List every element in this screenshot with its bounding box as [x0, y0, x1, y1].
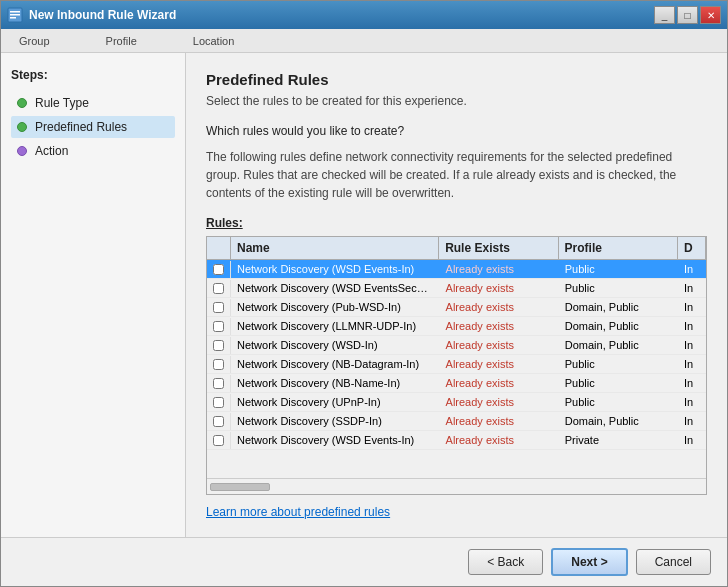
- window-title: New Inbound Rule Wizard: [29, 8, 654, 22]
- cell-name: Network Discovery (WSD Events-In): [231, 260, 440, 278]
- table-row[interactable]: Network Discovery (NB-Name-In)Already ex…: [207, 374, 706, 393]
- cell-name: Network Discovery (NB-Datagram-In): [231, 355, 440, 373]
- sidebar-item-action[interactable]: Action: [11, 140, 175, 162]
- row-checkbox[interactable]: [207, 261, 231, 278]
- cell-name: Network Discovery (Pub-WSD-In): [231, 298, 440, 316]
- sidebar-label-predefined-rules: Predefined Rules: [35, 120, 127, 134]
- sidebar-item-predefined-rules[interactable]: Predefined Rules: [11, 116, 175, 138]
- table-row[interactable]: Network Discovery (Pub-WSD-In)Already ex…: [207, 298, 706, 317]
- cell-direction: In: [678, 279, 706, 297]
- title-bar: New Inbound Rule Wizard _ □ ✕: [1, 1, 727, 29]
- cell-name: Network Discovery (WSD Events-In): [231, 431, 440, 449]
- cell-name: Network Discovery (WSD-In): [231, 336, 440, 354]
- th-checkbox: [207, 237, 231, 259]
- cell-profile: Public: [559, 279, 678, 297]
- row-checkbox[interactable]: [207, 280, 231, 297]
- maximize-button[interactable]: □: [677, 6, 698, 24]
- cell-profile: Public: [559, 260, 678, 278]
- horizontal-scrollbar[interactable]: [207, 478, 706, 494]
- sidebar-item-rule-type[interactable]: Rule Type: [11, 92, 175, 114]
- table-row[interactable]: Network Discovery (WSD-In)Already exists…: [207, 336, 706, 355]
- row-checkbox[interactable]: [207, 318, 231, 335]
- next-button[interactable]: Next >: [551, 548, 627, 576]
- step-dot-action: [17, 146, 27, 156]
- cell-profile: Public: [559, 374, 678, 392]
- cell-direction: In: [678, 317, 706, 335]
- nav-bar: Group Profile Location: [1, 29, 727, 53]
- row-checkbox[interactable]: [207, 394, 231, 411]
- cell-direction: In: [678, 431, 706, 449]
- cell-direction: In: [678, 393, 706, 411]
- cell-direction: In: [678, 336, 706, 354]
- row-checkbox[interactable]: [207, 337, 231, 354]
- cell-rule-exists: Already exists: [440, 431, 559, 449]
- cell-direction: In: [678, 298, 706, 316]
- title-bar-buttons: _ □ ✕: [654, 6, 721, 24]
- table-row[interactable]: Network Discovery (NB-Datagram-In)Alread…: [207, 355, 706, 374]
- table-row[interactable]: Network Discovery (WSD EventsSecure-In)A…: [207, 279, 706, 298]
- table-row[interactable]: Network Discovery (UPnP-In)Already exist…: [207, 393, 706, 412]
- row-checkbox[interactable]: [207, 432, 231, 449]
- cell-name: Network Discovery (LLMNR-UDP-In): [231, 317, 440, 335]
- page-subtitle: Select the rules to be created for this …: [206, 94, 707, 108]
- svg-rect-2: [10, 14, 20, 16]
- step-dot-rule-type: [17, 98, 27, 108]
- th-rule-exists: Rule Exists: [439, 237, 558, 259]
- cell-name: Network Discovery (UPnP-In): [231, 393, 440, 411]
- back-button[interactable]: < Back: [468, 549, 543, 575]
- cell-direction: In: [678, 260, 706, 278]
- minimize-button[interactable]: _: [654, 6, 675, 24]
- cell-direction: In: [678, 412, 706, 430]
- table-body-wrapper: Network Discovery (WSD Events-In)Already…: [207, 260, 706, 478]
- cell-profile: Public: [559, 355, 678, 373]
- row-checkbox[interactable]: [207, 299, 231, 316]
- table-row[interactable]: Network Discovery (WSD Events-In)Already…: [207, 431, 706, 450]
- cancel-button[interactable]: Cancel: [636, 549, 711, 575]
- content-area: Steps: Rule Type Predefined Rules Action…: [1, 53, 727, 537]
- table-row[interactable]: Network Discovery (SSDP-In)Already exist…: [207, 412, 706, 431]
- table-row[interactable]: Network Discovery (WSD Events-In)Already…: [207, 260, 706, 279]
- rules-table-container: Name Rule Exists Profile D Network Disco…: [206, 236, 707, 495]
- page-title: Predefined Rules: [206, 71, 707, 88]
- sidebar-label-rule-type: Rule Type: [35, 96, 89, 110]
- th-direction: D: [678, 237, 706, 259]
- row-checkbox[interactable]: [207, 413, 231, 430]
- svg-rect-1: [10, 11, 20, 13]
- step-dot-predefined-rules: [17, 122, 27, 132]
- cell-profile: Public: [559, 393, 678, 411]
- cell-profile: Domain, Public: [559, 336, 678, 354]
- table-header: Name Rule Exists Profile D: [207, 237, 706, 260]
- th-name: Name: [231, 237, 439, 259]
- cell-name: Network Discovery (NB-Name-In): [231, 374, 440, 392]
- cell-rule-exists: Already exists: [440, 317, 559, 335]
- row-checkbox[interactable]: [207, 356, 231, 373]
- window: New Inbound Rule Wizard _ □ ✕ Group Prof…: [0, 0, 728, 587]
- table-row[interactable]: Network Discovery (LLMNR-UDP-In)Already …: [207, 317, 706, 336]
- cell-rule-exists: Already exists: [440, 298, 559, 316]
- description-text: The following rules define network conne…: [206, 148, 707, 202]
- cell-profile: Domain, Public: [559, 298, 678, 316]
- close-button[interactable]: ✕: [700, 6, 721, 24]
- cell-profile: Domain, Public: [559, 317, 678, 335]
- footer: < Back Next > Cancel: [1, 537, 727, 586]
- row-checkbox[interactable]: [207, 375, 231, 392]
- cell-direction: In: [678, 374, 706, 392]
- th-profile: Profile: [559, 237, 678, 259]
- cell-name: Network Discovery (WSD EventsSecure-In): [231, 279, 440, 297]
- learn-more-link[interactable]: Learn more about predefined rules: [206, 505, 707, 519]
- table-body: Network Discovery (WSD Events-In)Already…: [207, 260, 706, 478]
- cell-rule-exists: Already exists: [440, 279, 559, 297]
- window-icon: [7, 7, 23, 23]
- cell-profile: Domain, Public: [559, 412, 678, 430]
- nav-location: Location: [185, 33, 243, 49]
- cell-rule-exists: Already exists: [440, 355, 559, 373]
- question-text: Which rules would you like to create?: [206, 124, 707, 138]
- cell-direction: In: [678, 355, 706, 373]
- h-scroll-thumb[interactable]: [210, 483, 270, 491]
- cell-rule-exists: Already exists: [440, 260, 559, 278]
- main-content: Predefined Rules Select the rules to be …: [186, 53, 727, 537]
- cell-rule-exists: Already exists: [440, 412, 559, 430]
- steps-label: Steps:: [11, 68, 175, 82]
- nav-profile: Profile: [98, 33, 145, 49]
- svg-rect-3: [10, 17, 16, 19]
